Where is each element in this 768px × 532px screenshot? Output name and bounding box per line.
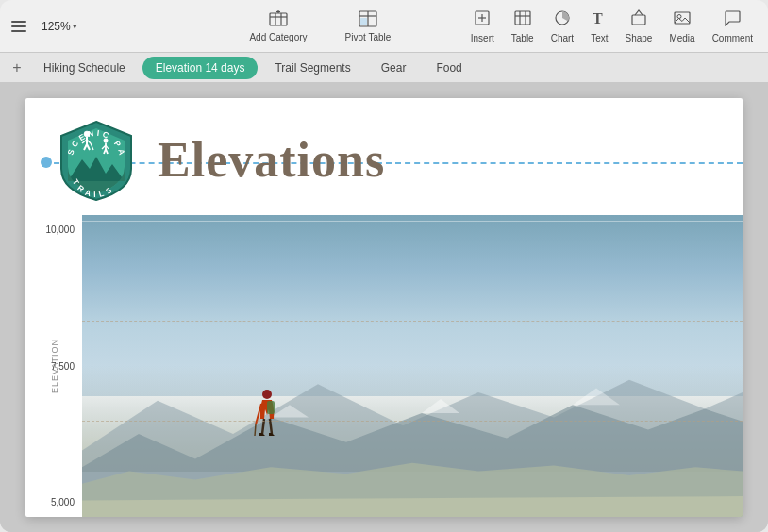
tab-food[interactable]: Food [423,57,475,79]
toolbar-left: 125% ▾ [8,17,177,36]
sidebar-toggle-button[interactable] [8,17,30,36]
table-button[interactable]: Table [504,7,542,46]
page-header: SCENIC PACIFIC TRAILS Elevations [25,98,743,211]
insert-icon [474,9,491,31]
add-category-label: Add Category [249,32,307,42]
svg-rect-0 [270,13,287,25]
pivot-table-label: Pivot Table [345,32,392,42]
main-content: SCENIC PACIFIC TRAILS Elevations [0,83,768,532]
svg-point-21 [677,14,681,18]
media-label: Media [669,33,694,43]
text-label: Text [591,33,608,43]
svg-line-39 [270,419,272,434]
add-tab-button[interactable]: + [8,58,26,77]
svg-text:T: T [593,10,603,26]
svg-line-42 [255,424,256,436]
hiker-silhouette [254,389,280,441]
comment-button[interactable]: Comment [705,7,760,46]
zoom-control[interactable]: 125% ▾ [42,20,77,33]
shape-button[interactable]: Shape [617,7,659,46]
shape-label: Shape [625,33,652,43]
text-icon: T [592,9,607,31]
media-icon [674,9,691,31]
svg-rect-20 [675,12,690,24]
tab-gear[interactable]: Gear [368,57,420,79]
shape-icon [630,9,647,31]
hiker-figure [254,389,280,444]
table-icon [514,9,531,31]
svg-point-37 [262,390,272,399]
tab-hiking-schedule[interactable]: Hiking Schedule [30,57,139,79]
add-category-icon [269,10,288,30]
tab-elevation-14-days[interactable]: Elevation 14 days [142,57,259,79]
pivot-table-button[interactable]: Pivot Table [338,7,399,46]
grid-line-low [82,421,743,422]
zoom-dropdown-icon: ▾ [73,22,77,31]
y-label-top: 10,000 [45,224,75,235]
grid-line-mid [82,321,743,322]
chart-icon [554,9,571,31]
add-category-button[interactable]: Add Category [242,7,314,46]
svg-rect-13 [515,11,530,25]
logo-container: SCENIC PACIFIC TRAILS [54,117,139,202]
toolbar-right: Insert Table Chart [463,7,760,46]
insert-label: Insert [471,33,494,43]
svg-rect-19 [632,15,645,25]
tabs-bar: + Hiking Schedule Elevation 14 days Trai… [0,53,768,83]
chart-button[interactable]: Chart [543,7,581,46]
chart-section: 10,000 7,500 5,000 ELEVATION [25,215,743,517]
tab-trail-segments[interactable]: Trail Segments [261,57,363,79]
insert-button[interactable]: Insert [463,7,502,46]
svg-rect-9 [360,18,367,25]
table-label: Table [511,33,534,43]
toolbar-center: Add Category Pivot Table [177,7,463,46]
page-title: Elevations [158,132,385,188]
pivot-table-icon [359,10,377,30]
mountain-svg [82,351,743,517]
grid-line-top [82,221,743,222]
svg-line-38 [262,419,264,434]
page-area: SCENIC PACIFIC TRAILS Elevations [0,83,768,532]
y-label-low: 5,000 [51,497,75,507]
svg-rect-40 [267,401,275,414]
zoom-value: 125% [42,20,71,33]
comment-label: Comment [712,33,753,43]
chart-y-labels: 10,000 7,500 5,000 ELEVATION [25,215,82,517]
chart-plot-area [82,215,743,517]
comment-icon [724,9,741,31]
toolbar: 125% ▾ Add Category [0,0,768,53]
text-button[interactable]: T Text [583,7,615,46]
document-page: SCENIC PACIFIC TRAILS Elevations [25,98,743,517]
chart-label: Chart [551,33,574,43]
y-axis-label: ELEVATION [50,339,59,393]
media-button[interactable]: Media [661,7,702,46]
scenic-pacific-trails-logo: SCENIC PACIFIC TRAILS [54,117,139,202]
